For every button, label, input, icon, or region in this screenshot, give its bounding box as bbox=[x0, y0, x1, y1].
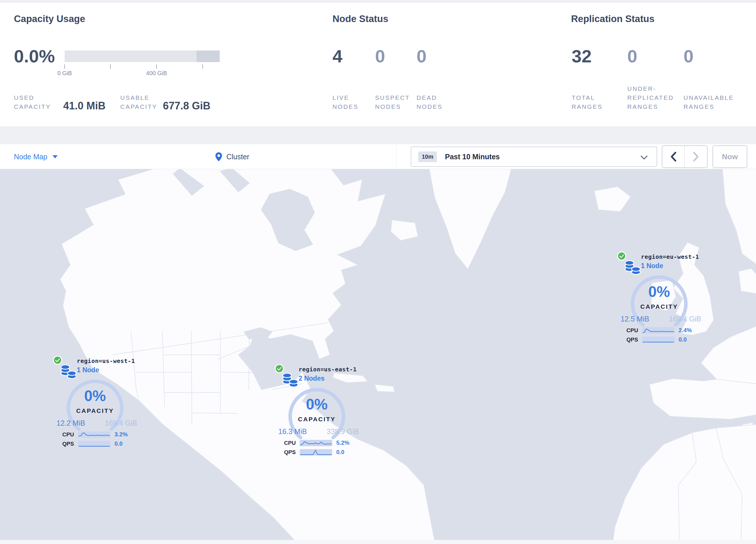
capacity-usage-title: Capacity Usage bbox=[14, 13, 85, 24]
time-step-back-button[interactable] bbox=[662, 146, 685, 167]
node-status-title: Node Status bbox=[332, 13, 388, 24]
cpu-sparkline bbox=[642, 327, 675, 334]
qps-value: 0.0 bbox=[115, 440, 123, 447]
capacity-bar-gauge bbox=[65, 50, 220, 62]
region-name: region=eu-west-1 bbox=[641, 253, 699, 260]
database-stack-icon bbox=[624, 258, 641, 276]
capacity-bar-reserved-segment bbox=[197, 50, 220, 62]
region-marker-eu-west-1[interactable]: region=eu-west-1 1 Node 0% CAPACITY 12.5… bbox=[617, 251, 704, 349]
region-used-capacity: 12.5 MiB bbox=[621, 315, 649, 323]
time-step-buttons bbox=[662, 145, 708, 168]
cluster-summary-bar: Capacity Usage 0.0% 0 GiB 400 GiB USED C… bbox=[0, 2, 756, 127]
qps-label: QPS bbox=[284, 449, 298, 456]
time-range-dropdown[interactable]: 10m Past 10 Minutes bbox=[411, 146, 657, 167]
region-used-capacity: 12.2 MiB bbox=[57, 419, 85, 427]
caret-down-icon bbox=[52, 155, 58, 158]
live-nodes-label: LIVE NODES bbox=[332, 93, 365, 111]
breadcrumb[interactable]: Cluster bbox=[215, 144, 249, 169]
region-capacity-percent: 0% bbox=[66, 387, 124, 405]
cpu-value: 5.2% bbox=[336, 440, 350, 446]
region-total-capacity: 169.4 GiB bbox=[105, 419, 137, 427]
cpu-value: 2.4% bbox=[679, 327, 692, 334]
breadcrumb-label: Cluster bbox=[226, 153, 249, 161]
under-replicated-ranges-count: 0 bbox=[627, 46, 637, 66]
cpu-label: CPU bbox=[626, 327, 640, 334]
region-capacity-label: CAPACITY bbox=[288, 416, 346, 423]
region-capacity-label: CAPACITY bbox=[630, 303, 688, 310]
region-name: region=us-east-1 bbox=[299, 366, 357, 373]
map-toolbar: Node Map Cluster 10m Past 10 Minutes Now bbox=[0, 144, 756, 169]
qps-sparkline bbox=[642, 337, 675, 343]
qps-sparkline bbox=[78, 441, 110, 447]
region-node-count[interactable]: 1 Node bbox=[77, 366, 99, 374]
live-nodes-count: 4 bbox=[332, 46, 342, 66]
cpu-label: CPU bbox=[62, 431, 76, 438]
time-step-forward-button[interactable] bbox=[685, 146, 707, 167]
under-replicated-ranges-label: UNDER-REPLICATED RANGES bbox=[627, 84, 676, 111]
qps-sparkline bbox=[300, 449, 332, 456]
region-capacity-percent: 0% bbox=[630, 283, 688, 300]
cpu-label: CPU bbox=[284, 440, 298, 446]
now-button[interactable]: Now bbox=[713, 145, 747, 168]
database-stack-icon bbox=[282, 371, 299, 388]
chevron-left-icon bbox=[670, 152, 677, 162]
node-map: region=us-west-1 1 Node 0% CAPACITY 12.2… bbox=[0, 169, 756, 544]
qps-value: 0.0 bbox=[336, 449, 344, 456]
capacity-tick-label-0: 0 GiB bbox=[57, 70, 72, 77]
map-bottom-strip bbox=[0, 540, 756, 544]
region-name: region=us-west-1 bbox=[77, 358, 135, 365]
database-stack-icon bbox=[60, 363, 77, 380]
total-ranges-label: TOTAL RANGES bbox=[572, 93, 608, 111]
used-capacity-value: 41.0 MiB bbox=[63, 100, 106, 112]
dead-nodes-count: 0 bbox=[417, 46, 426, 66]
suspect-nodes-label: SUSPECT NODES bbox=[375, 93, 414, 111]
replication-status-title: Replication Status bbox=[571, 13, 655, 24]
time-range-label: Past 10 Minutes bbox=[445, 153, 500, 161]
cpu-value: 3.2% bbox=[115, 431, 128, 438]
region-node-count[interactable]: 1 Node bbox=[641, 262, 663, 270]
chevron-right-icon bbox=[693, 152, 699, 162]
dead-nodes-label: DEAD NODES bbox=[417, 93, 449, 111]
chevron-down-icon bbox=[640, 155, 648, 160]
cpu-sparkline bbox=[78, 431, 110, 438]
region-marker-us-west-1[interactable]: region=us-west-1 1 Node 0% CAPACITY 12.2… bbox=[53, 356, 140, 453]
qps-label: QPS bbox=[62, 441, 76, 447]
time-range-badge: 10m bbox=[418, 151, 437, 162]
cpu-sparkline bbox=[300, 440, 332, 446]
unavailable-ranges-label: UNAVAILABLE RANGES bbox=[684, 93, 737, 111]
capacity-tick bbox=[110, 64, 111, 69]
region-capacity-label: CAPACITY bbox=[66, 407, 124, 414]
capacity-percent: 0.0% bbox=[14, 46, 55, 66]
used-capacity-label: USED CAPACITY bbox=[14, 93, 54, 111]
capacity-tick-label-400: 400 GiB bbox=[146, 70, 167, 77]
capacity-tick bbox=[64, 64, 65, 69]
region-used-capacity: 16.3 MiB bbox=[278, 427, 307, 436]
unavailable-ranges-count: 0 bbox=[684, 46, 693, 66]
view-selector-label: Node Map bbox=[14, 153, 47, 161]
region-total-capacity: 169.4 GiB bbox=[669, 315, 701, 323]
qps-label: QPS bbox=[626, 337, 640, 343]
region-total-capacity: 338.9 GiB bbox=[327, 427, 359, 436]
region-node-count[interactable]: 2 Nodes bbox=[299, 375, 324, 382]
suspect-nodes-count: 0 bbox=[375, 46, 385, 66]
capacity-tick bbox=[156, 64, 157, 69]
region-marker-us-east-1[interactable]: region=us-east-1 2 Nodes 0% CAPACITY 16.… bbox=[275, 364, 362, 461]
capacity-tick bbox=[202, 64, 203, 69]
view-selector-dropdown[interactable]: Node Map bbox=[14, 144, 58, 169]
toolbar-divider bbox=[396, 144, 397, 169]
total-ranges-count: 32 bbox=[572, 46, 592, 66]
usable-capacity-label: USABLE CAPACITY bbox=[120, 93, 164, 111]
map-pin-icon bbox=[215, 152, 222, 162]
region-capacity-percent: 0% bbox=[288, 396, 346, 413]
qps-value: 0.0 bbox=[679, 336, 687, 343]
usable-capacity-value: 677.8 GiB bbox=[163, 100, 210, 112]
